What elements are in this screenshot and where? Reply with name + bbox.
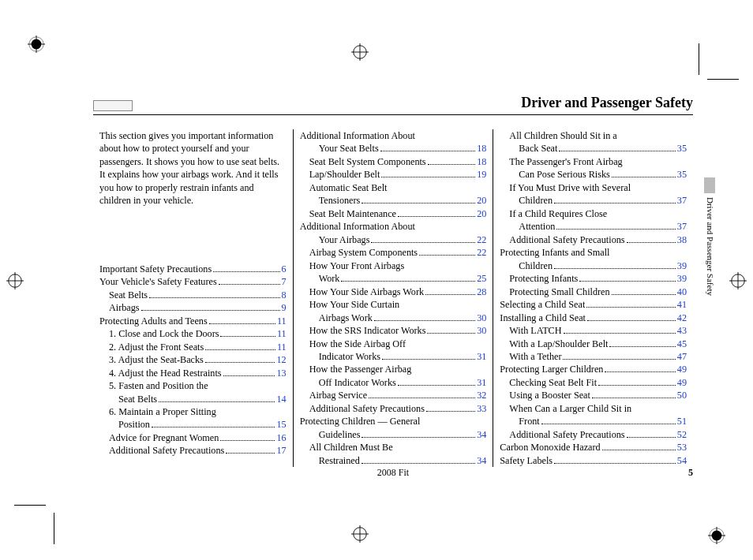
toc-page-link[interactable]: 33 [477, 402, 486, 415]
toc-page-link[interactable]: 34 [477, 428, 486, 441]
toc-page-link[interactable]: 35 [677, 168, 687, 181]
toc-label: Automatic Seat Belt [309, 181, 388, 194]
toc-entry: 6. Maintain a Proper Sitting [99, 405, 287, 418]
toc-label: Work [319, 272, 340, 285]
toc-entry: Additional Safety Precautions17 [99, 444, 287, 457]
toc-entry: Protecting Small Children40 [500, 286, 687, 298]
toc-label: 6. Maintain a Proper Sitting [109, 405, 216, 418]
toc-page-link[interactable]: 19 [477, 168, 486, 181]
toc-page-link[interactable]: 52 [677, 428, 687, 441]
toc-label: Selecting a Child Seat [500, 298, 585, 311]
page-title: Driver and Passenger Safety [521, 95, 693, 111]
registration-mark-icon [708, 527, 725, 544]
toc-entry: Installing a Child Seat42 [500, 312, 687, 324]
toc-entry: 3. Adjust the Seat-Backs12 [99, 353, 287, 366]
toc-page-link[interactable]: 38 [677, 233, 687, 246]
toc-page-link[interactable]: 18 [477, 142, 486, 155]
toc-page-link[interactable]: 11 [277, 315, 287, 327]
toc-page-link[interactable]: 30 [477, 324, 486, 337]
toc-page-link[interactable]: 11 [277, 327, 287, 340]
toc-page-link[interactable]: 35 [677, 142, 687, 155]
toc-page-link[interactable]: 43 [677, 324, 687, 337]
toc-page-link[interactable]: 31 [477, 350, 486, 363]
toc-page-link[interactable]: 11 [277, 341, 287, 353]
toc-page-link[interactable]: 8 [282, 289, 287, 301]
toc-page-link[interactable]: 47 [677, 350, 687, 363]
toc-page-link[interactable]: 53 [677, 441, 687, 454]
toc-label: Children [519, 194, 553, 207]
toc-page-link[interactable]: 25 [477, 272, 486, 285]
toc-page-link[interactable]: 18 [477, 155, 486, 168]
toc-label: If You Must Drive with Several [509, 181, 631, 194]
toc-entry: Indicator Works31 [300, 350, 487, 363]
toc-page-link[interactable]: 41 [677, 298, 687, 311]
toc-page-link[interactable]: 50 [677, 389, 687, 401]
toc-entry: Your Airbags22 [300, 233, 487, 246]
toc-label: How the SRS Indicator Works [309, 324, 426, 337]
toc-page-link[interactable]: 40 [677, 286, 687, 298]
toc-label: How the Passenger Airbag [309, 363, 412, 375]
toc-entry: Position15 [99, 418, 287, 431]
toc-entry: Additional Safety Precautions33 [300, 402, 487, 415]
toc-entry: Important Safety Precautions6 [99, 263, 287, 275]
toc-page-link[interactable]: 12 [276, 353, 286, 366]
toc-entry: Off Indicator Works31 [300, 376, 487, 389]
toc-page-link[interactable]: 13 [276, 367, 286, 379]
toc-page-link[interactable]: 22 [477, 233, 486, 246]
toc-page-link[interactable]: 20 [477, 207, 486, 220]
toc-page-link[interactable]: 16 [276, 431, 286, 444]
toc-label: When Can a Larger Child Sit in [509, 402, 631, 415]
toc-entry: With a Tether47 [500, 350, 687, 363]
page-content: Driver and Passenger Safety This section… [93, 95, 693, 467]
toc-entry: Tensioners20 [300, 194, 487, 207]
toc-entry: Protecting Adults and Teens11 [99, 315, 287, 327]
toc-label: Protecting Adults and Teens [99, 315, 208, 327]
registration-mark-icon [28, 35, 45, 53]
toc-label: Restrained [319, 454, 360, 467]
toc-label: Protecting Small Children [509, 286, 609, 298]
toc-page-link[interactable]: 31 [477, 376, 486, 389]
toc-label: Using a Booster Seat [509, 389, 590, 401]
toc-entry: 1. Close and Lock the Doors11 [99, 327, 287, 340]
toc-page-link[interactable]: 32 [477, 389, 486, 401]
toc-page-link[interactable]: 7 [282, 275, 287, 288]
toc-page-link[interactable]: 37 [677, 194, 687, 207]
toc-label: Important Safety Precautions [99, 263, 212, 275]
toc-page-link[interactable]: 20 [477, 194, 486, 207]
toc-page-link[interactable]: 14 [276, 393, 286, 405]
toc-entry: 4. Adjust the Head Restraints13 [99, 367, 287, 379]
toc-label: Additional Safety Precautions [309, 402, 425, 415]
toc-page-link[interactable]: 51 [677, 415, 687, 427]
toc-page-link[interactable]: 15 [276, 418, 286, 431]
toc-page-link[interactable]: 34 [477, 454, 486, 467]
toc-entry: Front51 [500, 415, 687, 427]
toc-page-link[interactable]: 30 [477, 312, 486, 324]
toc-page-link[interactable]: 49 [677, 376, 687, 389]
toc-page-link[interactable]: 6 [282, 263, 287, 275]
toc-page-link[interactable]: 17 [276, 444, 286, 457]
toc-entry: Using a Booster Seat50 [500, 389, 687, 401]
toc-page-link[interactable]: 9 [282, 301, 287, 314]
toc-page-link[interactable]: 28 [477, 286, 486, 298]
toc-page-link[interactable]: 39 [677, 272, 687, 285]
toc-page-link[interactable]: 49 [677, 363, 687, 375]
toc-entry: All Children Should Sit in a [500, 129, 687, 142]
toc-label: Your Vehicle's Safety Features [99, 275, 217, 288]
toc-page-link[interactable]: 42 [677, 312, 687, 324]
toc-entry: Advice for Pregnant Women16 [99, 431, 287, 444]
toc-entry: Additional Information About [300, 220, 487, 233]
toc-entry: Seat Belts8 [99, 289, 287, 301]
toc-entry: Airbag Service32 [300, 389, 487, 401]
toc-label: Front [519, 415, 539, 427]
toc-entry: Automatic Seat Belt [300, 181, 487, 194]
toc-label: Additional Information About [300, 220, 415, 233]
toc-page-link[interactable]: 54 [677, 454, 687, 467]
toc-page-link[interactable]: 22 [477, 246, 486, 259]
toc-page-link[interactable]: 39 [677, 259, 687, 272]
toc-column-1: This section gives you important informa… [93, 129, 293, 467]
toc-page-link[interactable]: 45 [677, 338, 687, 350]
toc-page-link[interactable]: 37 [677, 220, 687, 233]
toc-label: Indicator Works [319, 350, 380, 363]
toc-entry: Can Pose Serious Risks35 [500, 168, 687, 181]
footer-model: 2008 Fit [377, 467, 409, 479]
